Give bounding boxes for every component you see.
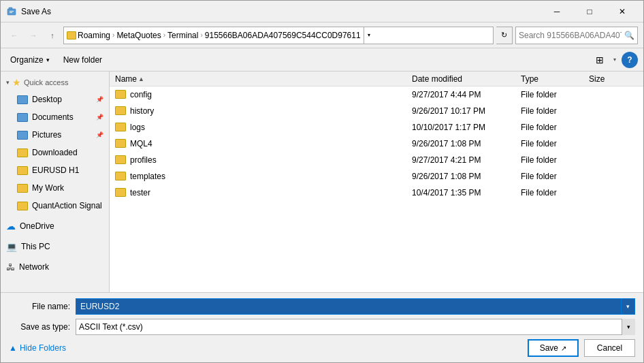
col-size-header[interactable]: Size [586, 74, 641, 84]
sidebar-item-label: Downloaded [32, 148, 103, 157]
file-folder-icon [115, 188, 126, 197]
search-box: 🔍 [515, 27, 638, 44]
sidebar-item-desktop[interactable]: Desktop 📌 [1, 91, 109, 108]
network-section: 🖧 Network [1, 258, 109, 276]
refresh-button[interactable]: ↻ [496, 27, 513, 44]
svg-rect-1 [9, 7, 12, 10]
breadcrumb-roaming[interactable]: Roaming [78, 31, 110, 40]
file-date-cell: 9/27/2017 4:21 PM [409, 155, 518, 165]
save-button[interactable]: Save ↗ [528, 339, 579, 357]
organize-button[interactable]: Organize ▾ [6, 52, 54, 68]
col-name-header[interactable]: Name ▲ [112, 74, 409, 84]
sidebar-item-onedrive[interactable]: ☁ OneDrive [1, 217, 109, 235]
table-row[interactable]: MQL4 9/26/2017 1:08 PM File folder [110, 136, 643, 152]
forward-button[interactable]: → [25, 27, 42, 44]
filename-dropdown-button[interactable]: ▾ [622, 298, 635, 315]
file-date-cell: 9/27/2017 4:44 PM [409, 90, 518, 99]
collapse-icon: ▾ [6, 79, 10, 86]
eurusd-folder-icon [17, 166, 28, 175]
file-date-cell: 10/4/2017 1:35 PM [409, 188, 518, 198]
cancel-button[interactable]: Cancel [584, 339, 635, 357]
sidebar-item-eurusd[interactable]: EURUSD H1 [1, 161, 109, 179]
file-folder-icon [115, 172, 126, 180]
breadcrumb-bar[interactable]: Roaming › MetaQuotes › Terminal › 915566… [63, 27, 494, 44]
thispc-icon: 💻 [6, 242, 17, 252]
table-row[interactable]: history 9/26/2017 10:17 PM File folder [110, 103, 643, 119]
sidebar-item-documents[interactable]: Documents 📌 [1, 108, 109, 126]
sidebar-item-mywork[interactable]: My Work [1, 179, 109, 197]
saveastype-select[interactable]: ASCII Text (*.csv) [76, 319, 635, 335]
sidebar: ▾ ★ Quick access Desktop 📌 Documents 📌 P… [1, 72, 110, 292]
table-row[interactable]: logs 10/10/2017 1:17 PM File folder [110, 119, 643, 136]
table-row[interactable]: config 9/27/2017 4:44 PM File folder [110, 86, 643, 103]
file-name-cell: history [112, 106, 409, 116]
downloaded-folder-icon [17, 148, 28, 157]
file-type-cell: File folder [518, 188, 586, 198]
filename-input[interactable] [76, 298, 622, 315]
breadcrumb-item: Roaming › [78, 31, 115, 40]
breadcrumb-item: Terminal › [167, 31, 204, 40]
col-date-label: Date modified [412, 74, 462, 84]
save-cursor-icon: ↗ [561, 345, 566, 352]
sidebar-item-label: My Work [32, 183, 103, 193]
save-label: Save [540, 343, 558, 353]
quick-access-label: Quick access [24, 78, 68, 86]
file-folder-icon [115, 155, 126, 164]
file-date-cell: 9/26/2017 1:08 PM [409, 139, 518, 148]
thispc-section: 💻 This PC [1, 238, 109, 255]
table-row[interactable]: templates 9/26/2017 1:08 PM File folder [110, 168, 643, 185]
col-size-label: Size [589, 74, 605, 84]
sidebar-item-network[interactable]: 🖧 Network [1, 258, 109, 276]
sidebar-item-downloaded[interactable]: Downloaded [1, 144, 109, 161]
breadcrumb-metaquotes[interactable]: MetaQuotes [116, 31, 161, 40]
content-area: ▾ ★ Quick access Desktop 📌 Documents 📌 P… [1, 72, 643, 292]
col-date-header[interactable]: Date modified [409, 74, 518, 84]
file-name: config [130, 90, 152, 99]
close-button[interactable]: ✕ [607, 3, 638, 20]
sidebar-item-quantaction[interactable]: QuantAction Signal [1, 197, 109, 215]
filename-label: File name: [9, 302, 70, 311]
view-icon: ⊞ [596, 54, 604, 65]
sidebar-item-label: Pictures [32, 130, 92, 140]
search-input[interactable] [519, 31, 622, 40]
minimize-button[interactable]: ─ [541, 3, 573, 20]
breadcrumb-dropdown-button[interactable]: ▾ [364, 27, 374, 44]
view-dropdown-arrow: ▾ [613, 57, 616, 63]
sidebar-item-label: Network [19, 262, 103, 272]
sidebar-item-thispc[interactable]: 💻 This PC [1, 238, 109, 255]
file-date-cell: 9/26/2017 1:08 PM [409, 172, 518, 181]
hide-folders-button[interactable]: ▲ Hide Folders [9, 343, 66, 353]
file-type-cell: File folder [518, 155, 586, 165]
file-folder-icon [115, 106, 126, 115]
col-type-header[interactable]: Type [518, 74, 586, 84]
hide-folders-label: Hide Folders [20, 343, 66, 353]
breadcrumb-id[interactable]: 915566BA06ADA407569C544CC0D97611 [205, 31, 361, 40]
file-list: Name ▲ Date modified Type Size config 9/… [110, 72, 643, 292]
file-folder-icon [115, 90, 126, 99]
sidebar-item-label: Desktop [32, 95, 92, 104]
file-folder-icon [115, 123, 126, 131]
up-button[interactable]: ↑ [44, 27, 61, 44]
col-name-label: Name [115, 74, 137, 84]
maximize-button[interactable]: □ [574, 3, 605, 20]
table-row[interactable]: tester 10/4/2017 1:35 PM File folder [110, 185, 643, 201]
quick-access-header[interactable]: ▾ ★ Quick access [1, 74, 109, 91]
help-button[interactable]: ? [622, 52, 638, 68]
saveastype-wrapper: ASCII Text (*.csv) ▾ [76, 319, 635, 335]
file-type-cell: File folder [518, 123, 586, 132]
sidebar-item-label: OneDrive [20, 221, 103, 231]
breadcrumb-terminal[interactable]: Terminal [167, 31, 198, 40]
quick-access-icon: ★ [12, 77, 21, 88]
table-row[interactable]: profiles 9/27/2017 4:21 PM File folder [110, 152, 643, 168]
breadcrumb-folder-icon [67, 31, 76, 40]
sidebar-item-label: EURUSD H1 [32, 165, 103, 175]
svg-rect-3 [10, 12, 12, 13]
filename-row: File name: ▾ [9, 298, 635, 315]
view-toggle-button[interactable]: ⊞ [592, 52, 608, 68]
bottom-area: File name: ▾ Save as type: ASCII Text (*… [1, 292, 643, 362]
sidebar-item-pictures[interactable]: Pictures 📌 [1, 126, 109, 144]
pictures-folder-icon [17, 131, 28, 140]
new-folder-button[interactable]: New folder [59, 52, 106, 68]
file-name: logs [130, 123, 145, 132]
back-button[interactable]: ← [6, 27, 22, 44]
